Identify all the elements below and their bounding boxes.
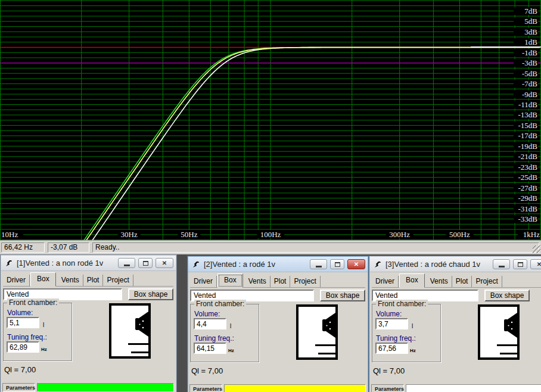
tab-driver[interactable]: Driver (190, 276, 217, 287)
x-tick-label: 500Hz (449, 230, 470, 239)
window-title: [1]Vented : a non rodé 1v (17, 259, 103, 267)
parameters-statusbar: Parameters (2, 383, 174, 392)
resize-grip[interactable] (533, 245, 540, 253)
x-tick-label: 30Hz (121, 230, 138, 239)
restore-icon (518, 262, 523, 267)
tab-vents[interactable]: Vents (427, 276, 452, 287)
y-tick-label: -3dB (522, 58, 537, 67)
box-shape-drawing (109, 303, 151, 359)
close-button[interactable]: ✕ (530, 259, 541, 269)
tuning-freq-input[interactable]: 67,56 (375, 343, 408, 354)
window-title: [3]Vented : a rodé chaud 1v (385, 260, 480, 269)
box-shape-button[interactable]: Box shape (320, 290, 365, 301)
titlebar-1[interactable]: [1]Vented : a non rodé 1v ✕ (1, 256, 176, 271)
titlebar-2[interactable]: [2]Vented : a rodé 1v ✕ (188, 257, 368, 272)
app-icon (374, 260, 382, 269)
window-title: [2]Vented : a rodé 1v (204, 260, 275, 269)
group-label: Front chamber: (194, 300, 246, 308)
parameters-label: Parameters (2, 383, 35, 392)
tab-plot[interactable]: Plot (83, 275, 104, 286)
box-shape-button[interactable]: Box shape (484, 290, 530, 301)
window-vented-1[interactable]: [1]Vented : a non rodé 1v ✕ Driver Box V… (0, 254, 177, 392)
tab-box[interactable]: Box (30, 272, 56, 287)
front-chamber-group: Front chamber: Volume: 5,1 l Tuning freq… (3, 303, 72, 361)
y-tick-label: 7dB (524, 7, 537, 15)
volume-input[interactable]: 4,4 (194, 318, 226, 329)
status-message: Ready.. (92, 242, 539, 253)
y-tick-label: -25dB (518, 173, 538, 182)
vent-port-icon (128, 343, 148, 353)
tab-project[interactable]: Project (103, 275, 133, 286)
box-shape-button[interactable]: Box shape (128, 288, 173, 300)
titlebar-3[interactable]: [3]Vented : a rodé chaud 1v ✕ (370, 257, 541, 272)
minimize-icon (499, 266, 505, 267)
frequency-response-plot[interactable]: 7dB5dB3dB1dB-1dB-3dB-5dB-7dB-9dB-11dB-13… (0, 0, 541, 240)
tab-project[interactable]: Project (290, 276, 320, 287)
restore-button[interactable] (138, 258, 153, 268)
tuning-freq-input[interactable]: 64,15 (194, 343, 226, 354)
vent-port-icon (315, 344, 335, 354)
y-tick-label: -31dB (518, 204, 538, 213)
speaker-driver-icon (504, 313, 517, 338)
speaker-driver-icon (135, 312, 148, 337)
tab-driver[interactable]: Driver (3, 275, 30, 286)
tuning-freq-input[interactable]: 62,89 (7, 341, 39, 353)
tab-plot[interactable]: Plot (452, 276, 472, 287)
tab-vents[interactable]: Vents (245, 276, 270, 287)
close-button[interactable]: ✕ (347, 259, 365, 269)
tab-vents[interactable]: Vents (58, 275, 83, 286)
y-tick-label: -9dB (522, 90, 537, 99)
tuning-freq-label: Tuning freq.: (7, 333, 47, 341)
box-shape-drawing (296, 304, 338, 360)
tab-plot[interactable]: Plot (270, 276, 291, 287)
parameters-statusbar: Parameters (189, 384, 366, 392)
group-label: Front chamber: (7, 298, 59, 307)
y-tick-label: -29dB (518, 194, 538, 203)
y-tick-label: -21dB (518, 152, 538, 161)
volume-label: Volume: (376, 310, 402, 318)
main-status-bar: 66,42 Hz -3,07 dB Ready.. (0, 240, 541, 254)
window-vented-2[interactable]: [2]Vented : a rodé 1v ✕ Driver Box Vents… (187, 256, 369, 392)
window-vented-3[interactable]: [3]Vented : a rodé chaud 1v ✕ Driver Box… (369, 256, 541, 392)
y-tick-label: -33dB (518, 214, 538, 223)
volume-input[interactable]: 3,7 (375, 318, 408, 329)
ql-value: Ql = 7,00 (373, 366, 405, 375)
x-tick-label: 100Hz (260, 230, 281, 239)
y-tick-label: -27dB (518, 183, 538, 192)
close-button[interactable]: ✕ (156, 258, 173, 268)
minimize-button[interactable] (493, 259, 510, 269)
volume-input[interactable]: 5,1 (7, 317, 39, 328)
minimize-icon (124, 265, 130, 266)
close-icon: ✕ (354, 261, 359, 267)
volume-label: Volume: (194, 310, 220, 318)
minimize-button[interactable] (118, 258, 135, 268)
restore-button[interactable] (513, 259, 527, 269)
box-shape-drawing (478, 304, 520, 360)
tab-strip: Driver Box Vents Plot Project (190, 274, 365, 288)
y-tick-label: -19dB (518, 142, 538, 151)
speaker-driver-icon (322, 313, 335, 338)
volume-unit: l (412, 323, 413, 329)
x-tick-label: 1kHz (523, 230, 540, 239)
minimize-button[interactable] (310, 259, 327, 269)
tuning-freq-label: Tuning freq.: (376, 334, 416, 343)
restore-icon (143, 261, 148, 266)
app-icon (5, 259, 13, 267)
tab-box[interactable]: Box (399, 273, 425, 288)
y-tick-label: -15dB (518, 121, 538, 130)
x-tick-label: 10Hz (1, 230, 18, 239)
progress-bar (224, 384, 366, 392)
tab-project[interactable]: Project (472, 276, 502, 287)
tab-box[interactable]: Box (217, 273, 243, 288)
group-label: Front chamber: (376, 300, 428, 308)
front-chamber-group: Front chamber: Volume: 3,7 l Tuning freq… (372, 304, 441, 362)
window-body: Driver Box Vents Plot Project Vented Box… (188, 272, 368, 392)
tab-strip: Driver Box Vents Plot Project (3, 273, 173, 287)
mdi-area: [1]Vented : a non rodé 1v ✕ Driver Box V… (0, 254, 541, 392)
tab-driver[interactable]: Driver (372, 276, 399, 287)
vent-port-icon (497, 344, 517, 354)
application-screen: 7dB5dB3dB1dB-1dB-3dB-5dB-7dB-9dB-11dB-13… (0, 0, 541, 392)
y-tick-label: -23dB (518, 163, 538, 172)
restore-button[interactable] (330, 259, 344, 269)
ql-value: Ql = 7,00 (191, 366, 223, 375)
